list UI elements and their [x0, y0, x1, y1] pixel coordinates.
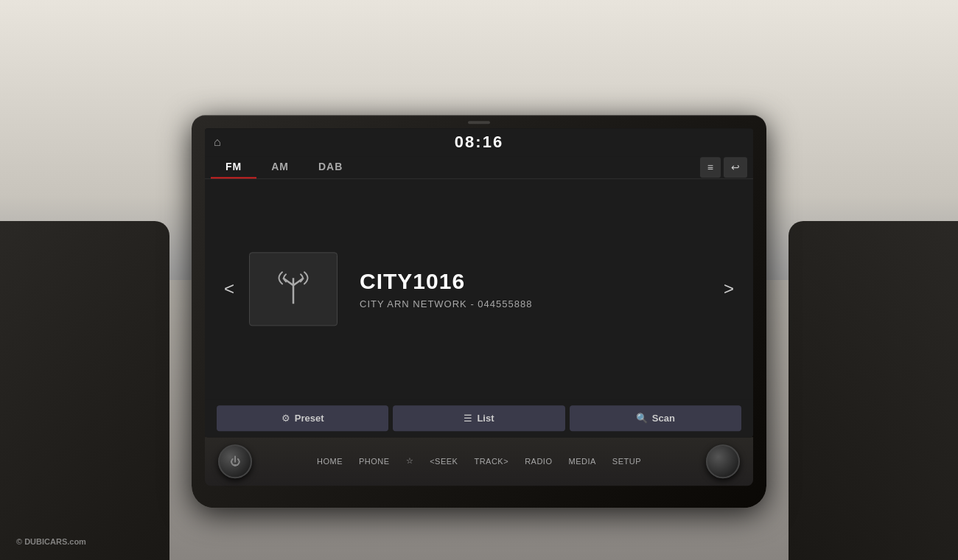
dash-left — [0, 221, 169, 560]
next-station-button[interactable]: > — [716, 272, 741, 307]
screen: ⌂ 08:16 FM AM DAB ≡ ↩ < — [205, 128, 753, 436]
dash-right — [789, 221, 958, 560]
preset-icon: ⚙ — [282, 413, 290, 424]
radio-ctrl-button[interactable]: RADIO — [517, 452, 559, 470]
back-icon-button[interactable]: ↩ — [724, 157, 747, 178]
controls-strip: ⏻ HOME PHONE ☆ <SEEK TRACK> RADIO MEDIA … — [205, 437, 753, 486]
bottom-buttons: ⚙ Preset ☰ List 🔍 Scan — [205, 399, 753, 437]
station-subtitle: CITY ARN NETWORK - 044555888 — [360, 298, 709, 309]
phone-ctrl-button[interactable]: PHONE — [352, 452, 397, 470]
buttons-row: HOME PHONE ☆ <SEEK TRACK> RADIO MEDIA SE… — [255, 452, 703, 470]
favorite-ctrl-button[interactable]: ☆ — [399, 452, 422, 470]
power-knob[interactable]: ⏻ — [218, 444, 252, 478]
prev-station-button[interactable]: < — [217, 272, 242, 307]
station-icon-box — [249, 253, 338, 326]
watermark-text: © DUBICARS.com — [16, 537, 86, 546]
preset-label: Preset — [295, 413, 324, 424]
list-icon: ☰ — [464, 413, 472, 424]
scan-label: Scan — [652, 413, 675, 424]
list-button[interactable]: ☰ List — [393, 405, 564, 431]
scan-button[interactable]: 🔍 Scan — [570, 405, 741, 431]
watermark: © DUBICARS.com — [16, 536, 86, 547]
home-ctrl-button[interactable]: HOME — [310, 452, 350, 470]
infotainment-unit: ⌂ 08:16 FM AM DAB ≡ ↩ < — [192, 115, 766, 508]
tabs-bar: FM AM DAB ≡ ↩ — [205, 156, 753, 179]
power-icon: ⏻ — [230, 455, 240, 467]
main-content: < — [205, 179, 753, 399]
tab-am[interactable]: AM — [256, 156, 304, 178]
scene: ⌂ 08:16 FM AM DAB ≡ ↩ < — [0, 0, 958, 560]
media-ctrl-button[interactable]: MEDIA — [561, 452, 603, 470]
menu-icon-button[interactable]: ≡ — [700, 157, 721, 178]
screen-ui: ⌂ 08:16 FM AM DAB ≡ ↩ < — [205, 128, 753, 436]
station-info: CITY1016 CITY ARN NETWORK - 044555888 — [345, 269, 709, 309]
list-label: List — [477, 413, 494, 424]
track-fwd-ctrl-button[interactable]: TRACK> — [466, 452, 516, 470]
tab-dab[interactable]: DAB — [304, 156, 357, 178]
station-name: CITY1016 — [360, 269, 709, 294]
seek-back-ctrl-button[interactable]: <SEEK — [422, 452, 465, 470]
screen-housing: ⌂ 08:16 FM AM DAB ≡ ↩ < — [192, 115, 766, 508]
header-bar: ⌂ 08:16 — [205, 128, 753, 156]
volume-knob[interactable] — [706, 444, 740, 478]
home-button[interactable]: ⌂ — [214, 136, 221, 149]
setup-ctrl-button[interactable]: SETUP — [605, 452, 648, 470]
tab-fm[interactable]: FM — [211, 156, 256, 178]
preset-button[interactable]: ⚙ Preset — [217, 405, 388, 431]
scan-icon: 🔍 — [636, 413, 648, 424]
signal-icon — [271, 264, 315, 315]
time-display: 08:16 — [455, 133, 503, 152]
